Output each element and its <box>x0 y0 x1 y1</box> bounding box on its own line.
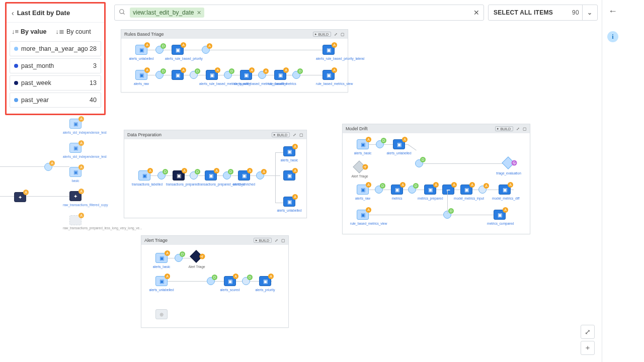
facet-title: Last Edit by Date <box>17 9 70 17</box>
dataset-node[interactable]: ▣A <box>205 170 217 180</box>
bg-node-label: alerts_std_independence_test <box>63 155 88 158</box>
node-label: alerts_raw <box>350 197 375 200</box>
dataset-node[interactable]: ▣A <box>172 45 184 55</box>
dataset-node[interactable]: ▣A <box>283 170 295 180</box>
recipe-node[interactable]: D <box>224 71 232 79</box>
dataset-node[interactable]: ▣A <box>135 45 147 55</box>
clear-search-icon[interactable]: ✕ <box>473 9 479 17</box>
info-icon[interactable]: i <box>607 31 618 42</box>
dataset-node[interactable]: ▣A <box>460 185 472 195</box>
build-button[interactable]: ▸ BUILD <box>313 32 331 37</box>
dataset-node[interactable]: ▣A <box>283 197 295 207</box>
facet-item[interactable]: past_year 40 <box>10 93 101 108</box>
zone-alert-triage[interactable]: Alert Triage ▸ BUILD ⤢ ▢ ▣A alerts_basic… <box>141 235 289 328</box>
dataset-node[interactable]: ▣A <box>259 276 271 286</box>
dataset-node[interactable]: ▣A <box>323 70 335 80</box>
recipe-node[interactable]: D <box>242 277 250 285</box>
build-button[interactable]: ▸ BUILD <box>495 126 513 131</box>
build-button[interactable]: ▸ BUILD <box>254 238 272 243</box>
maximize-icon[interactable]: ▢ <box>281 238 285 243</box>
recipe-node[interactable]: D <box>223 171 231 179</box>
dataset-node[interactable]: ▣A <box>357 185 369 195</box>
recipe-node[interactable]: A <box>202 46 210 54</box>
dataset-node[interactable]: ▣A <box>224 276 236 286</box>
node-label: Alert Triage <box>347 174 372 178</box>
search-icon <box>119 9 126 17</box>
recipe-node[interactable]: D <box>157 171 166 179</box>
dataset-node[interactable]: ▣A <box>155 253 168 263</box>
dataset-node[interactable]: ▣A <box>172 70 184 80</box>
recipe-node[interactable]: D <box>190 71 198 79</box>
dataset-node[interactable]: ▣A <box>138 170 150 180</box>
expand-icon[interactable]: ⤢ <box>516 127 520 131</box>
zoom-in-button[interactable]: ＋ <box>581 341 595 355</box>
facet-item[interactable]: more_than_a_year_ago 28 <box>10 41 101 56</box>
dataset-node[interactable]: ▣A <box>206 70 218 80</box>
select-all-button[interactable]: SELECT ALL ITEMS 90 ⌄ <box>488 5 598 21</box>
recipe-node[interactable]: A <box>258 71 266 79</box>
zone-data-preparation[interactable]: Data Preparation ▸ BUILD ⤢ ▢ ▣A transact… <box>124 130 307 218</box>
dataset-node[interactable]: ▣A <box>173 170 185 180</box>
model-node[interactable]: A <box>353 160 365 173</box>
back-icon[interactable]: ‹ <box>12 9 14 17</box>
dataset-node[interactable]: ▣A <box>240 70 252 80</box>
model-node[interactable]: A <box>190 250 202 262</box>
placeholder-node[interactable]: ⊕ <box>155 309 168 319</box>
sort-by-count[interactable]: ↓≣ By count <box>56 28 91 35</box>
sort-asc-icon: ↓≡ <box>12 28 19 35</box>
zone-model-drift[interactable]: Model Drift ▸ BUILD ⤢ ▢ ▣A alerts_basic … <box>342 124 530 234</box>
expand-icon[interactable]: ⤢ <box>275 238 278 243</box>
expand-icon[interactable]: ⤢ <box>293 133 296 137</box>
recipe-node[interactable]: D <box>375 186 383 194</box>
fit-view-button[interactable]: ⤢ <box>581 325 595 339</box>
node-label: metrics <box>384 197 410 200</box>
maximize-icon[interactable]: ▢ <box>341 32 345 37</box>
facet-item-count: 28 <box>90 45 97 52</box>
collapse-right-panel-icon[interactable]: ← <box>608 6 617 17</box>
recipe-node[interactable]: D <box>292 71 300 79</box>
dataset-node[interactable]: ▣A <box>499 185 511 195</box>
recipe-node[interactable]: D <box>155 71 164 79</box>
dataset-node[interactable]: ▣A <box>494 210 506 220</box>
dataset-node[interactable]: ▣A <box>424 185 436 195</box>
recipe-node[interactable]: D <box>207 277 215 285</box>
dataset-node[interactable]: ▣A <box>238 170 250 180</box>
recipe-node[interactable]: A <box>256 171 264 179</box>
build-button[interactable]: ▸ BUILD <box>272 132 290 137</box>
dataset-node[interactable]: ▣A <box>393 139 405 149</box>
recipe-node[interactable]: A <box>478 186 487 194</box>
dataset-node[interactable]: ▣A <box>283 146 295 156</box>
maximize-icon[interactable]: ▢ <box>523 127 527 131</box>
select-all-count: 90 <box>572 9 579 16</box>
chip-remove-icon[interactable]: ✕ <box>197 10 201 16</box>
sort-by-value[interactable]: ↓≡ By value <box>12 28 47 35</box>
dataset-node[interactable]: ▣A <box>274 70 286 80</box>
facet-item[interactable]: past_month 3 <box>10 58 101 73</box>
dataset-node[interactable]: ▣A <box>135 70 147 80</box>
recipe-node[interactable]: D <box>155 46 164 54</box>
recipe-node[interactable]: D <box>415 159 423 167</box>
recipe-node[interactable]: D <box>376 140 384 148</box>
filter-chip[interactable]: view:last_edit_by_date ✕ <box>130 8 204 18</box>
node-label: alerts_enriched <box>231 183 257 186</box>
facet-item[interactable]: past_week 13 <box>10 75 101 90</box>
chevron-down-icon[interactable]: ⌄ <box>582 5 597 20</box>
dataset-node[interactable]: ▣A <box>323 45 335 55</box>
model-node[interactable]: M <box>502 156 514 169</box>
recipe-node[interactable]: D <box>190 171 198 179</box>
dataset-node[interactable]: ▣A <box>155 276 168 286</box>
dataset-node[interactable]: ▣A <box>357 139 369 149</box>
recipe-node[interactable]: D <box>175 254 183 262</box>
sort-by-count-label: By count <box>66 28 91 35</box>
chart-node[interactable]: ⫭A <box>442 185 454 195</box>
maximize-icon[interactable]: ▢ <box>299 133 303 137</box>
bg-node-label: basic <box>63 179 88 183</box>
node-label: transactions_prepared_enriched <box>198 183 223 186</box>
expand-icon[interactable]: ⤢ <box>334 32 338 37</box>
dataset-node[interactable]: ▣A <box>357 210 369 220</box>
dataset-node[interactable]: ▣A <box>391 185 403 195</box>
search-input[interactable]: view:last_edit_by_date ✕ ✕ <box>114 5 484 21</box>
zone-rules-based-triage[interactable]: Rules Based Triage ▸ BUILD ⤢ ▢ ▣A alerts… <box>121 29 348 93</box>
recipe-node[interactable]: D <box>408 186 416 194</box>
facet-item-label: past_month <box>21 62 54 69</box>
